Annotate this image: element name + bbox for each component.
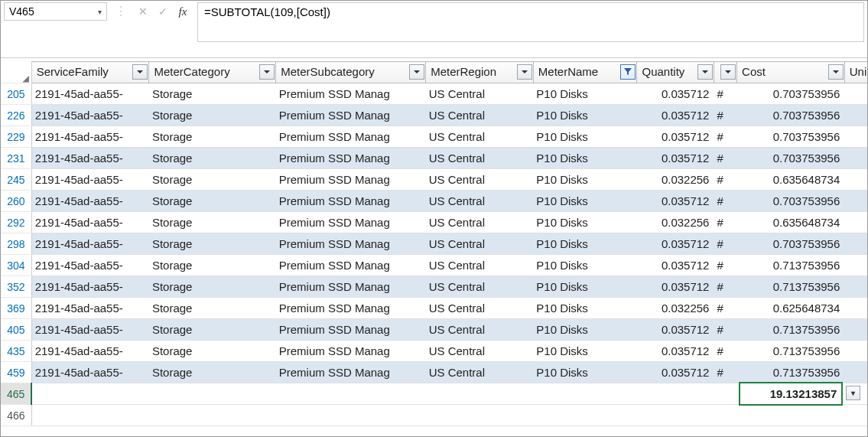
cell-empty[interactable] xyxy=(844,405,867,426)
cell-metername[interactable]: P10 Disks xyxy=(533,255,637,276)
cell-metersubcategory[interactable]: Premium SSD Manag xyxy=(276,233,426,255)
table-row[interactable]: 4592191-45ad-aa55-StoragePremium SSD Man… xyxy=(1,362,867,383)
cell-metername[interactable]: P10 Disks xyxy=(533,319,637,341)
cell-servicefamily[interactable]: 2191-45ad-aa55- xyxy=(31,169,149,191)
total-cell-metersubcategory[interactable] xyxy=(276,383,426,405)
row-header[interactable]: 435 xyxy=(1,341,31,362)
filter-dropdown-icon[interactable] xyxy=(697,64,713,80)
cell-x[interactable]: # xyxy=(714,276,736,298)
cell-meterregion[interactable]: US Central xyxy=(426,105,534,126)
cell-servicefamily[interactable]: 2191-45ad-aa55- xyxy=(31,148,149,169)
cell-quantity[interactable]: 0.035712 xyxy=(637,191,714,212)
row-header[interactable]: 466 xyxy=(1,405,31,426)
cell-cost[interactable]: 0.703753956 xyxy=(737,83,845,105)
filter-dropdown-icon[interactable] xyxy=(720,64,736,80)
column-header-quantity[interactable]: Quantity xyxy=(637,62,714,83)
cell-metercategory[interactable]: Storage xyxy=(149,83,276,105)
cell-uni[interactable] xyxy=(844,126,867,148)
cell-x[interactable]: # xyxy=(714,83,736,105)
row-header[interactable]: 231 xyxy=(1,148,31,169)
table-row[interactable]: 2052191-45ad-aa55-StoragePremium SSD Man… xyxy=(1,83,867,105)
table-row[interactable]: 2452191-45ad-aa55-StoragePremium SSD Man… xyxy=(1,169,867,191)
cell-servicefamily[interactable]: 2191-45ad-aa55- xyxy=(31,276,149,298)
cell-cost[interactable]: 0.713753956 xyxy=(737,341,845,362)
table-row[interactable]: 2292191-45ad-aa55-StoragePremium SSD Man… xyxy=(1,126,867,148)
cell-metercategory[interactable]: Storage xyxy=(149,212,276,233)
row-header[interactable]: 369 xyxy=(1,298,31,319)
cell-meterregion[interactable]: US Central xyxy=(426,83,534,105)
cell-meterregion[interactable]: US Central xyxy=(426,126,534,148)
cell-x[interactable]: # xyxy=(714,148,736,169)
cell-meterregion[interactable]: US Central xyxy=(426,233,534,255)
total-cell-metercategory[interactable] xyxy=(149,383,276,405)
cell-cost[interactable]: 0.713753956 xyxy=(737,319,845,341)
row-header[interactable]: 245 xyxy=(1,169,31,191)
cell-metername[interactable]: P10 Disks xyxy=(533,341,637,362)
cell-x[interactable]: # xyxy=(714,341,736,362)
cell-metersubcategory[interactable]: Premium SSD Manag xyxy=(276,83,426,105)
cell-meterregion[interactable]: US Central xyxy=(426,362,534,383)
cell-metercategory[interactable]: Storage xyxy=(149,276,276,298)
cell-servicefamily[interactable]: 2191-45ad-aa55- xyxy=(31,83,149,105)
cell-metername[interactable]: P10 Disks xyxy=(533,298,637,319)
table-row[interactable]: 3042191-45ad-aa55-StoragePremium SSD Man… xyxy=(1,255,867,276)
cell-quantity[interactable]: 0.035712 xyxy=(637,341,714,362)
cell-metercategory[interactable]: Storage xyxy=(149,362,276,383)
cell-servicefamily[interactable]: 2191-45ad-aa55- xyxy=(31,341,149,362)
cell-quantity[interactable]: 0.035712 xyxy=(637,148,714,169)
cell-uni[interactable] xyxy=(844,319,867,341)
cell-cost[interactable]: 0.703753956 xyxy=(737,126,845,148)
cell-servicefamily[interactable]: 2191-45ad-aa55- xyxy=(31,212,149,233)
cell-cost[interactable]: 0.713753956 xyxy=(737,276,845,298)
cell-uni[interactable] xyxy=(844,105,867,126)
cell-empty[interactable] xyxy=(31,405,149,426)
cell-metername[interactable]: P10 Disks xyxy=(533,233,637,255)
table-row[interactable]: 4352191-45ad-aa55-StoragePremium SSD Man… xyxy=(1,341,867,362)
cell-metername[interactable]: P10 Disks xyxy=(533,169,637,191)
table-row[interactable]: 2982191-45ad-aa55-StoragePremium SSD Man… xyxy=(1,233,867,255)
cell-metername[interactable]: P10 Disks xyxy=(533,191,637,212)
cell-metersubcategory[interactable]: Premium SSD Manag xyxy=(276,212,426,233)
cell-metername[interactable]: P10 Disks xyxy=(533,83,637,105)
table-row[interactable]: 2602191-45ad-aa55-StoragePremium SSD Man… xyxy=(1,191,867,212)
cell-meterregion[interactable]: US Central xyxy=(426,148,534,169)
total-cell-x[interactable] xyxy=(714,383,736,405)
cell-meterregion[interactable]: US Central xyxy=(426,169,534,191)
cell-metercategory[interactable]: Storage xyxy=(149,169,276,191)
select-all-corner[interactable]: ◢ xyxy=(1,62,31,83)
cell-metersubcategory[interactable]: Premium SSD Manag xyxy=(276,126,426,148)
cell-metercategory[interactable]: Storage xyxy=(149,126,276,148)
table-total-row[interactable]: 46519.13213857 xyxy=(1,383,867,405)
cell-meterregion[interactable]: US Central xyxy=(426,319,534,341)
total-cell-quantity[interactable] xyxy=(637,383,714,405)
table-row[interactable]: 2922191-45ad-aa55-StoragePremium SSD Man… xyxy=(1,212,867,233)
row-header[interactable]: 298 xyxy=(1,233,31,255)
cell-metername[interactable]: P10 Disks xyxy=(533,105,637,126)
cell-empty[interactable] xyxy=(533,405,637,426)
cell-x[interactable]: # xyxy=(714,105,736,126)
cell-empty[interactable] xyxy=(276,405,426,426)
cell-metername[interactable]: P10 Disks xyxy=(533,148,637,169)
cell-meterregion[interactable]: US Central xyxy=(426,191,534,212)
cell-meterregion[interactable]: US Central xyxy=(426,212,534,233)
cell-x[interactable]: # xyxy=(714,212,736,233)
cell-servicefamily[interactable]: 2191-45ad-aa55- xyxy=(31,255,149,276)
cell-uni[interactable] xyxy=(844,233,867,255)
cell-metersubcategory[interactable]: Premium SSD Manag xyxy=(276,341,426,362)
cell-metercategory[interactable]: Storage xyxy=(149,255,276,276)
cell-empty[interactable] xyxy=(737,405,845,426)
cell-cost[interactable]: 0.635648734 xyxy=(737,169,845,191)
cell-servicefamily[interactable]: 2191-45ad-aa55- xyxy=(31,362,149,383)
cell-x[interactable]: # xyxy=(714,362,736,383)
cell-quantity[interactable]: 0.035712 xyxy=(637,319,714,341)
column-header-x[interactable] xyxy=(714,62,736,83)
filter-dropdown-icon[interactable] xyxy=(259,64,275,80)
cell-quantity[interactable]: 0.032256 xyxy=(637,212,714,233)
cell-metercategory[interactable]: Storage xyxy=(149,341,276,362)
cell-metercategory[interactable]: Storage xyxy=(149,105,276,126)
cell-metername[interactable]: P10 Disks xyxy=(533,362,637,383)
cell-uni[interactable] xyxy=(844,148,867,169)
insert-function-button[interactable]: fx xyxy=(174,3,191,20)
cell-servicefamily[interactable]: 2191-45ad-aa55- xyxy=(31,105,149,126)
cell-quantity[interactable]: 0.035712 xyxy=(637,105,714,126)
